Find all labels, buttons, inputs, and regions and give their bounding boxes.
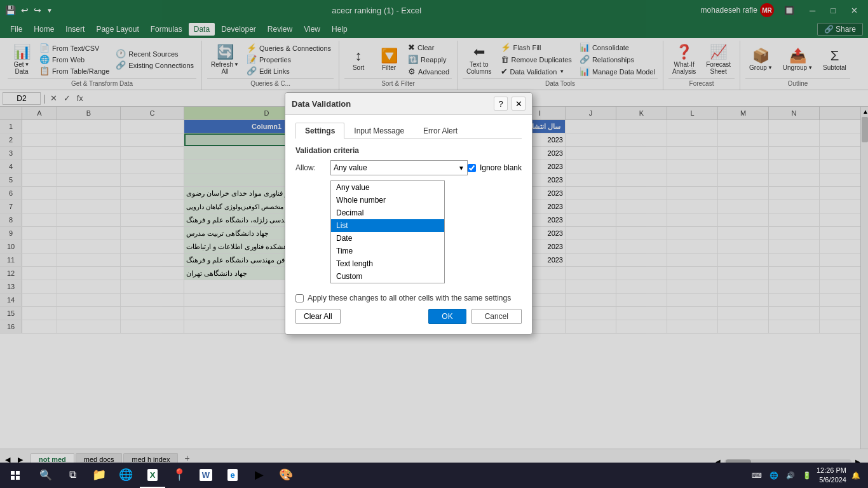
file-explorer-icon: 📁 bbox=[92, 468, 106, 482]
option-text-length[interactable]: Text length bbox=[331, 257, 444, 270]
edge-icon: 🌐 bbox=[119, 468, 133, 482]
search-taskbar-btn[interactable]: 🔍 bbox=[33, 463, 58, 488]
tray-battery[interactable]: 🔋 bbox=[800, 471, 814, 480]
dialog-overlay: Data Validation ? ✕ Settings Input Messa… bbox=[0, 0, 868, 488]
dialog-tab-input-message[interactable]: Input Message bbox=[344, 123, 414, 139]
apply-changes-label: Apply these changes to all other cells w… bbox=[308, 294, 511, 302]
option-any-value[interactable]: Any value bbox=[331, 181, 444, 194]
dialog-tab-settings[interactable]: Settings bbox=[295, 123, 344, 139]
taskbar-icons: 🔍 ⧉ 📁 🌐 X 📍 W e ▶ 🎨 bbox=[31, 463, 301, 488]
tray-network[interactable]: 🌐 bbox=[767, 471, 781, 480]
word-icon: W bbox=[200, 469, 212, 481]
svg-rect-0 bbox=[11, 471, 15, 475]
clock-date: 5/6/2024 bbox=[817, 475, 846, 485]
allow-dropdown-arrow: ▼ bbox=[458, 165, 465, 172]
start-button[interactable] bbox=[0, 463, 31, 488]
svg-rect-2 bbox=[11, 476, 15, 480]
allow-row: Allow: Any value ▼ Ignore blank bbox=[295, 160, 522, 175]
option-time[interactable]: Time bbox=[331, 245, 444, 257]
maps-btn[interactable]: 📍 bbox=[166, 463, 192, 488]
data-validation-dialog: Data Validation ? ✕ Settings Input Messa… bbox=[285, 92, 532, 335]
excel-taskbar-icon: X bbox=[147, 469, 158, 481]
svg-rect-1 bbox=[16, 471, 20, 475]
taskbar: 🔍 ⧉ 📁 🌐 X 📍 W e ▶ 🎨 ⌨ 🌐 🔊 bbox=[0, 463, 868, 488]
task-view-icon: ⧉ bbox=[69, 469, 76, 480]
ignore-blank-row: Ignore blank bbox=[468, 163, 522, 172]
dialog-close-btn[interactable]: ✕ bbox=[512, 97, 526, 111]
windows-icon bbox=[10, 470, 20, 480]
dropdown-options: Any value Whole number Decimal List Date… bbox=[330, 180, 445, 283]
media-icon: ▶ bbox=[255, 468, 264, 482]
dialog-tabs: Settings Input Message Error Alert bbox=[295, 123, 522, 139]
tray-keyboard[interactable]: ⌨ bbox=[749, 471, 764, 480]
option-list[interactable]: List bbox=[331, 219, 444, 232]
dialog-content: Settings Input Message Error Alert Valid… bbox=[285, 115, 532, 334]
system-tray: ⌨ 🌐 🔊 🔋 12:26 PM 5/6/2024 🔔 bbox=[744, 466, 868, 485]
dialog-controls: ? ✕ bbox=[494, 97, 526, 111]
allow-label: Allow: bbox=[295, 163, 330, 172]
ignore-blank-checkbox[interactable] bbox=[468, 164, 476, 172]
dialog-footer: Clear All OK Cancel bbox=[295, 309, 522, 327]
edge-btn[interactable]: 🌐 bbox=[113, 463, 139, 488]
file-explorer-btn[interactable]: 📁 bbox=[86, 463, 112, 488]
dialog-tab-error-alert[interactable]: Error Alert bbox=[414, 123, 467, 139]
clock-time: 12:26 PM bbox=[817, 466, 846, 475]
clear-all-btn[interactable]: Clear All bbox=[295, 309, 341, 324]
apply-changes-row: Apply these changes to all other cells w… bbox=[295, 294, 522, 302]
option-custom[interactable]: Custom bbox=[331, 270, 444, 283]
edge2-icon: e bbox=[227, 469, 237, 481]
paint-btn[interactable]: 🎨 bbox=[273, 463, 299, 488]
media-btn[interactable]: ▶ bbox=[247, 463, 272, 488]
system-clock[interactable]: 12:26 PM 5/6/2024 bbox=[817, 466, 846, 485]
apply-changes-checkbox[interactable] bbox=[295, 294, 304, 302]
ignore-blank-label: Ignore blank bbox=[480, 163, 522, 172]
dialog-titlebar: Data Validation ? ✕ bbox=[285, 93, 532, 115]
tray-sound[interactable]: 🔊 bbox=[783, 471, 797, 480]
ok-btn[interactable]: OK bbox=[428, 309, 466, 324]
allow-dropdown[interactable]: Any value ▼ bbox=[330, 160, 468, 175]
dialog-title: Data Validation bbox=[292, 99, 351, 109]
excel-taskbar-btn[interactable]: X bbox=[140, 463, 165, 488]
validation-criteria-label: Validation criteria bbox=[295, 146, 522, 155]
cancel-btn[interactable]: Cancel bbox=[471, 309, 522, 324]
paint-icon: 🎨 bbox=[279, 468, 293, 482]
option-decimal[interactable]: Decimal bbox=[331, 207, 444, 219]
task-view-btn[interactable]: ⧉ bbox=[60, 463, 85, 488]
notification-btn[interactable]: 🔔 bbox=[849, 471, 863, 480]
allow-value: Any value bbox=[334, 163, 458, 172]
word-btn[interactable]: W bbox=[193, 463, 219, 488]
option-date[interactable]: Date bbox=[331, 232, 444, 245]
edge2-btn[interactable]: e bbox=[220, 463, 245, 488]
allow-dropdown-list: Any value Whole number Decimal List Date… bbox=[330, 180, 522, 283]
dialog-help-btn[interactable]: ? bbox=[494, 97, 508, 111]
svg-rect-3 bbox=[16, 476, 20, 480]
search-taskbar-icon: 🔍 bbox=[39, 469, 52, 481]
maps-icon: 📍 bbox=[172, 468, 186, 482]
option-whole-number[interactable]: Whole number bbox=[331, 194, 444, 207]
